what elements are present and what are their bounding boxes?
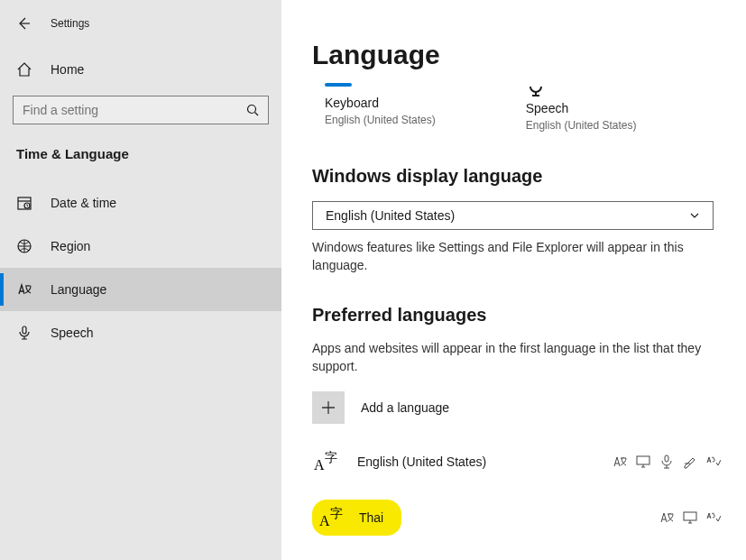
svg-text:字: 字	[330, 507, 343, 520]
svg-text:A: A	[319, 513, 330, 528]
language-icon	[16, 281, 32, 298]
svg-rect-11	[684, 512, 696, 520]
sidebar: Settings Home Time & Language Date & tim…	[0, 0, 281, 560]
svg-rect-8	[665, 455, 668, 462]
home-icon	[16, 61, 32, 78]
display-language-desc: Windows features like Settings and File …	[312, 239, 718, 274]
display-language-heading: Windows display language	[312, 166, 721, 187]
nav-item-language[interactable]: Language	[0, 268, 281, 311]
tile-value: English (United States)	[325, 114, 436, 126]
calendar-icon	[16, 195, 32, 211]
nav-item-speech[interactable]: Speech	[0, 311, 281, 354]
microphone-icon	[16, 325, 32, 341]
display-language-dropdown[interactable]: English (United States)	[312, 201, 714, 230]
language-glyph-icon: A字	[318, 503, 346, 532]
nav-item-region[interactable]: Region	[0, 225, 281, 268]
nav-label: Region	[51, 239, 90, 253]
keyboard-icon	[325, 83, 352, 87]
nav-item-datetime[interactable]: Date & time	[0, 181, 281, 225]
svg-rect-4	[23, 326, 26, 334]
language-item-thai[interactable]: A字 Thai	[312, 494, 721, 541]
search-icon	[246, 104, 259, 116]
tile-value: English (United States)	[526, 119, 637, 132]
tile-label: Keyboard	[325, 96, 436, 110]
search-input[interactable]	[13, 96, 269, 124]
nav-label: Language	[51, 282, 106, 297]
handwriting-icon	[683, 454, 697, 469]
tile-label: Speech	[526, 101, 637, 115]
svg-rect-7	[637, 456, 649, 464]
spellcheck-icon	[706, 510, 721, 525]
page-title: Language	[312, 40, 721, 70]
title-bar: Settings	[0, 16, 281, 50]
spellcheck-icon	[706, 454, 721, 469]
add-language-button[interactable]: Add a language	[312, 391, 721, 424]
preferred-languages-heading: Preferred languages	[312, 305, 721, 326]
section-header: Time & Language	[0, 141, 281, 181]
tile-speech[interactable]: Speech English (United States)	[526, 83, 637, 132]
language-glyph-icon: A字	[312, 447, 341, 476]
globe-icon	[16, 238, 32, 254]
summary-tiles: Keyboard English (United States) Speech …	[312, 83, 721, 132]
language-item-english[interactable]: A字 English (United States)	[312, 442, 721, 482]
window-title: Settings	[51, 17, 89, 30]
home-label: Home	[51, 62, 84, 77]
tile-keyboard[interactable]: Keyboard English (United States)	[325, 83, 436, 132]
language-feature-icons	[659, 510, 721, 525]
display-icon	[636, 454, 650, 469]
translate-icon	[612, 454, 627, 469]
language-name: English (United States)	[357, 454, 486, 469]
home-nav[interactable]: Home	[0, 50, 281, 88]
microphone-icon	[659, 454, 674, 469]
content-pane: Language Keyboard English (United States…	[281, 0, 746, 560]
nav-label: Speech	[51, 326, 93, 340]
back-icon[interactable]	[16, 16, 31, 31]
search-field[interactable]	[23, 103, 246, 117]
svg-text:字: 字	[325, 451, 337, 464]
display-icon	[683, 510, 697, 525]
translate-icon	[659, 510, 674, 525]
preferred-languages-desc: Apps and websites will appear in the fir…	[312, 340, 718, 375]
plus-icon	[312, 391, 345, 424]
language-name: Thai	[359, 510, 383, 525]
nav-label: Date & time	[51, 196, 116, 210]
language-feature-icons	[612, 454, 721, 469]
svg-point-0	[248, 106, 256, 114]
chevron-down-icon	[689, 210, 700, 221]
microphone-icon	[526, 83, 637, 97]
highlight-marker: A字 Thai	[312, 500, 401, 536]
dropdown-value: English (United States)	[326, 208, 455, 223]
add-language-label: Add a language	[361, 400, 449, 415]
svg-text:A: A	[314, 457, 325, 473]
